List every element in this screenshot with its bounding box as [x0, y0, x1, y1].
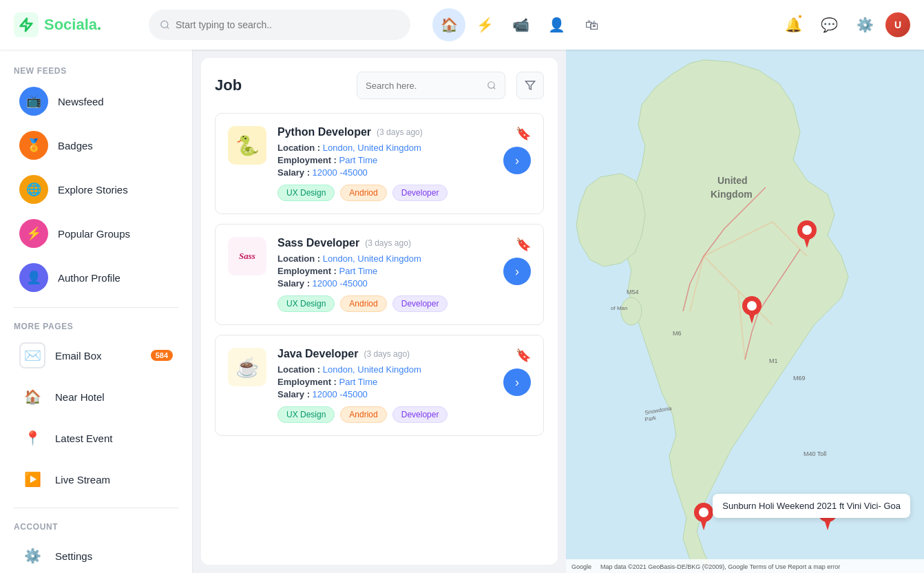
tag-android-3: Andriod — [340, 406, 386, 423]
sidebar-label-email: Email Box — [55, 350, 102, 362]
hotel-icon: 🏠 — [19, 384, 45, 410]
stream-icon: ▶️ — [19, 466, 45, 492]
jobs-header: Job — [215, 72, 544, 99]
sidebar-item-event[interactable]: 📍 Latest Event — [6, 418, 187, 458]
top-navigation: Sociala. 🏠 ⚡ 📹 👤 🛍 🔔 💬 ⚙️ U — [0, 0, 924, 50]
sidebar-item-explore[interactable]: 🌐 Explore Stories — [6, 168, 187, 211]
nav-icons: 🏠 ⚡ 📹 👤 🛍 — [432, 8, 609, 41]
sidebar-item-author[interactable]: 👤 Author Profile — [6, 256, 187, 299]
tag-android-2: Andriod — [340, 295, 386, 312]
job-location-1: Location : London, United Kingdom — [277, 143, 492, 153]
sidebar-item-email[interactable]: ✉️ Email Box 584 — [6, 335, 187, 375]
svg-line-1 — [167, 27, 169, 29]
job-location-2: Location : London, United Kingdom — [277, 253, 492, 264]
svg-text:M54: M54 — [627, 289, 639, 295]
jobs-search-input[interactable] — [366, 81, 481, 91]
svg-point-27 — [747, 301, 757, 311]
notification-button[interactable]: 🔔 — [778, 10, 808, 40]
bookmark-button-3[interactable]: 🔖 — [516, 348, 531, 363]
job-salary-2: Salary : 12000 -45000 — [277, 278, 492, 289]
job-tags-3: UX Design Andriod Developer — [277, 406, 492, 423]
nav-home-button[interactable]: 🏠 — [432, 8, 465, 41]
job-title-row-2: Sass Developer (3 days ago) — [277, 237, 492, 249]
search-bar[interactable] — [149, 10, 410, 40]
filter-icon — [525, 80, 536, 91]
svg-point-24 — [802, 225, 812, 235]
bookmark-button-2[interactable]: 🔖 — [516, 237, 531, 252]
job-salary-1: Salary : 12000 -45000 — [277, 167, 492, 178]
sidebar-item-badges[interactable]: 🏅 Badges — [6, 124, 187, 167]
center-panel: Job 🐍 Python Develop — [193, 50, 566, 573]
svg-text:M1: M1 — [769, 357, 778, 364]
job-actions-2: 🔖 › — [503, 237, 531, 285]
go-button-3[interactable]: › — [503, 368, 531, 396]
job-employment-1: Employment : Part Time — [277, 155, 492, 165]
account-title: Account — [0, 517, 192, 534]
messages-button[interactable]: 💬 — [814, 10, 844, 40]
tag-uxdesign-2: UX Design — [277, 295, 335, 312]
logo: Sociala. — [14, 12, 138, 37]
job-card-3: ☕ Java Developer (3 days ago) Location :… — [215, 335, 544, 436]
jobs-title: Job — [215, 76, 346, 94]
job-logo-1: 🐍 — [228, 126, 266, 165]
svg-text:Google: Google — [571, 563, 591, 570]
avatar: U — [885, 12, 910, 37]
job-name-2: Sass Developer — [277, 237, 359, 249]
bookmark-button-1[interactable]: 🔖 — [516, 126, 531, 141]
tag-developer-1: Developer — [392, 185, 448, 201]
event-icon: 📍 — [19, 425, 45, 451]
svg-point-21 — [621, 298, 642, 325]
nav-user-button[interactable]: 👤 — [540, 8, 573, 41]
svg-point-30 — [699, 508, 708, 517]
sidebar-item-newsfeed[interactable]: 📺 Newsfeed — [6, 80, 187, 123]
nav-video-button[interactable]: 📹 — [504, 8, 537, 41]
logo-icon — [14, 12, 39, 37]
nav-shop-button[interactable]: 🛍 — [576, 8, 609, 41]
sidebar-label-groups: Popular Groups — [58, 228, 130, 240]
notification-dot — [797, 14, 803, 19]
avatar-button[interactable]: U — [885, 12, 910, 37]
go-button-1[interactable]: › — [503, 147, 531, 174]
search-icon — [160, 19, 170, 30]
svg-text:United: United — [717, 175, 748, 186]
badges-icon: 🏅 — [19, 131, 48, 160]
sidebar-item-stream[interactable]: ▶️ Live Stream — [6, 459, 187, 499]
tag-uxdesign-3: UX Design — [277, 406, 335, 423]
sidebar-label-stream: Live Stream — [55, 474, 110, 486]
jobs-search-bar[interactable] — [357, 72, 505, 99]
email-icon: ✉️ — [19, 342, 45, 368]
jobs-search-icon — [487, 81, 496, 90]
svg-point-2 — [488, 82, 494, 88]
svg-marker-4 — [525, 81, 534, 90]
nav-right: 🔔 💬 ⚙️ U — [778, 10, 910, 40]
map-panel: United Kingdom M54 M6 M1 M69 M40 Toll Sn… — [566, 50, 924, 573]
map-tooltip: Sunburn Holi Weekend 2021 ft Vini Vici- … — [713, 494, 910, 518]
search-input[interactable] — [176, 19, 399, 30]
svg-text:M40 Toll: M40 Toll — [804, 450, 826, 457]
job-time-3: (3 days ago) — [364, 349, 410, 359]
svg-point-0 — [161, 21, 168, 28]
job-actions-3: 🔖 › — [503, 348, 531, 396]
sidebar-item-groups[interactable]: ⚡ Popular Groups — [6, 212, 187, 255]
tag-uxdesign-1: UX Design — [277, 185, 335, 201]
settings-button[interactable]: ⚙️ — [850, 10, 880, 40]
author-icon: 👤 — [19, 263, 48, 292]
nav-lightning-button[interactable]: ⚡ — [468, 8, 501, 41]
job-actions-1: 🔖 › — [503, 126, 531, 174]
job-logo-2: Sass — [228, 237, 266, 275]
job-body-1: Python Developer (3 days ago) Location :… — [277, 126, 492, 201]
sidebar-label-settings: Settings — [55, 550, 92, 562]
job-location-3: Location : London, United Kingdom — [277, 364, 492, 375]
tag-developer-3: Developer — [392, 406, 448, 423]
filter-button[interactable] — [516, 72, 544, 99]
svg-text:M6: M6 — [673, 330, 682, 337]
go-button-2[interactable]: › — [503, 258, 531, 285]
sidebar-item-settings[interactable]: ⚙️ Settings — [6, 536, 187, 573]
sidebar-item-hotel[interactable]: 🏠 Near Hotel — [6, 377, 187, 417]
sidebar-label-author: Author Profile — [58, 272, 120, 284]
job-card-1: 🐍 Python Developer (3 days ago) Location… — [215, 113, 544, 214]
job-salary-3: Salary : 12000 -45000 — [277, 389, 492, 399]
svg-text:Kingdom: Kingdom — [711, 189, 753, 200]
job-name-3: Java Developer — [277, 348, 358, 360]
svg-text:Map data ©2021 GeoBasis-DE/BKG: Map data ©2021 GeoBasis-DE/BKG (©2009), … — [600, 563, 840, 570]
